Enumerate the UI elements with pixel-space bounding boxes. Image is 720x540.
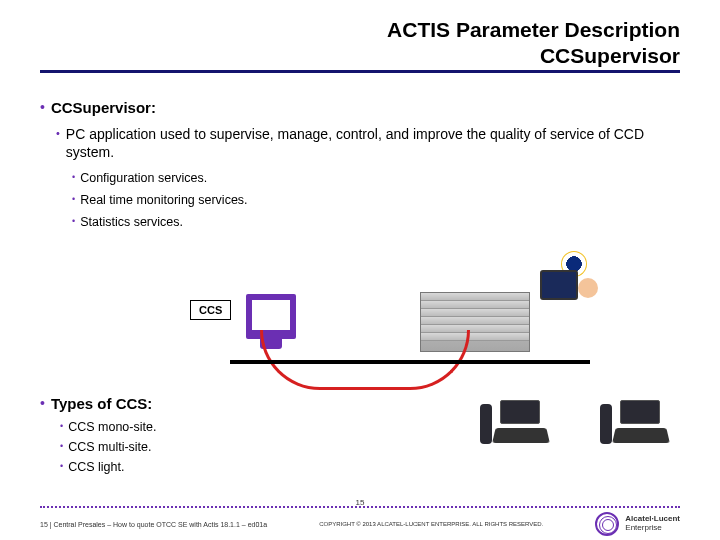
section1-heading: CCSupervisor: [51,99,156,116]
slide-header: ACTIS Parameter Description CCSupervisor [0,0,720,73]
section2-item: • CCS multi-site. [60,440,156,454]
network-diagram: CCS [160,260,640,390]
slide-footer: 15 15 | Central Presales – How to quote … [0,500,720,540]
lan-line-icon [230,360,590,364]
bullet-icon: • [60,420,63,434]
section1-description-row: • PC application used to supervise, mana… [56,126,680,161]
bullet-icon: • [72,193,75,207]
page-number: 15 [356,498,365,507]
section1-item-text: Configuration services. [80,171,207,185]
section2-heading: Types of CCS: [51,395,152,412]
main-content: • CCSupervisor: • PC application used to… [0,73,720,229]
section2-item-text: CCS multi-site. [68,440,151,454]
section1-item-text: Statistics services. [80,215,183,229]
bullet-icon: • [40,99,45,116]
section1-item-text: Real time monitoring services. [80,193,247,207]
section1-item: • Real time monitoring services. [72,193,680,207]
desk-phone-icon [600,400,670,445]
section2-item-text: CCS light. [68,460,124,474]
logo-mark-icon [595,512,619,536]
footer-copyright: COPYRIGHT © 2013 ALCATEL-LUCENT ENTERPRI… [267,521,595,527]
section1-item: • Statistics services. [72,215,680,229]
agent-workstation-icon [540,270,600,325]
phones-group [480,400,670,445]
bullet-icon: • [72,215,75,229]
section2-heading-row: • Types of CCS: [40,395,156,412]
bullet-icon: • [56,126,60,141]
logo-text: Alcatel·Lucent Enterprise [625,515,680,533]
bullet-icon: • [72,171,75,185]
logo-brand: Alcatel·Lucent [625,514,680,523]
bullet-icon: • [60,460,63,474]
title-line1: ACTIS Parameter Description [0,18,680,42]
bullet-icon: • [60,440,63,454]
section1-item: • Configuration services. [72,171,680,185]
ccs-label: CCS [190,300,231,320]
section1-description: PC application used to supervise, manage… [66,126,680,161]
brand-logo: Alcatel·Lucent Enterprise [595,512,680,536]
bullet-icon: • [40,395,45,412]
title-line2: CCSupervisor [540,44,680,73]
section2-item-text: CCS mono-site. [68,420,156,434]
logo-sub: Enterprise [625,523,661,532]
section2-item: • CCS mono-site. [60,420,156,434]
section2-item: • CCS light. [60,460,156,474]
types-section: • Types of CCS: • CCS mono-site. • CCS m… [40,395,156,480]
footer-left-text: 15 | Central Presales – How to quote OTC… [40,521,267,528]
section1-heading-row: • CCSupervisor: [40,99,680,116]
desk-phone-icon [480,400,550,445]
